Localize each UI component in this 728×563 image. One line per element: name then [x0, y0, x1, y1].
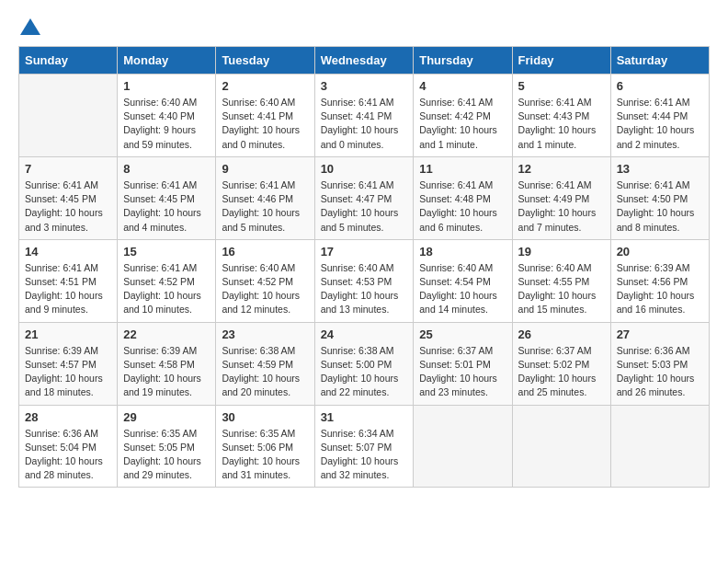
day-number: 22: [123, 327, 210, 341]
day-number: 10: [321, 162, 408, 176]
day-info: Sunrise: 6:35 AMSunset: 5:05 PMDaylight:…: [123, 427, 210, 483]
day-number: 30: [222, 410, 308, 424]
day-of-week-header: Wednesday: [314, 47, 414, 75]
day-number: 29: [123, 410, 210, 424]
day-number: 1: [123, 79, 210, 93]
calendar-day-cell: 11Sunrise: 6:41 AMSunset: 4:48 PMDayligh…: [414, 156, 512, 239]
day-number: 15: [123, 245, 210, 259]
calendar-day-cell: 13Sunrise: 6:41 AMSunset: 4:50 PMDayligh…: [610, 156, 709, 239]
calendar-week-row: 7Sunrise: 6:41 AMSunset: 4:45 PMDaylight…: [19, 156, 710, 239]
day-number: 11: [419, 162, 506, 176]
day-info: Sunrise: 6:35 AMSunset: 5:06 PMDaylight:…: [222, 427, 308, 483]
logo: [18, 18, 42, 31]
day-number: 27: [617, 327, 703, 341]
day-of-week-header: Saturday: [610, 47, 709, 75]
calendar-day-cell: 17Sunrise: 6:40 AMSunset: 4:53 PMDayligh…: [314, 239, 414, 322]
day-number: 5: [518, 79, 605, 93]
day-number: 31: [321, 410, 408, 424]
day-number: 14: [25, 245, 111, 259]
calendar-day-cell: 23Sunrise: 6:38 AMSunset: 4:59 PMDayligh…: [216, 322, 314, 405]
day-info: Sunrise: 6:41 AMSunset: 4:43 PMDaylight:…: [518, 96, 605, 152]
day-number: 2: [222, 79, 308, 93]
day-info: Sunrise: 6:41 AMSunset: 4:42 PMDaylight:…: [419, 96, 506, 152]
day-number: 23: [222, 327, 308, 341]
day-info: Sunrise: 6:41 AMSunset: 4:48 PMDaylight:…: [419, 178, 506, 235]
page-header: [18, 18, 710, 31]
day-info: Sunrise: 6:41 AMSunset: 4:47 PMDaylight:…: [321, 178, 408, 235]
day-info: Sunrise: 6:38 AMSunset: 5:00 PMDaylight:…: [321, 344, 408, 400]
day-number: 8: [123, 162, 210, 176]
day-info: Sunrise: 6:41 AMSunset: 4:45 PMDaylight:…: [25, 178, 111, 235]
day-of-week-header: Friday: [512, 47, 610, 75]
calendar-day-cell: 16Sunrise: 6:40 AMSunset: 4:52 PMDayligh…: [216, 239, 314, 322]
day-info: Sunrise: 6:41 AMSunset: 4:41 PMDaylight:…: [321, 96, 408, 152]
day-info: Sunrise: 6:40 AMSunset: 4:41 PMDaylight:…: [222, 96, 308, 152]
day-info: Sunrise: 6:38 AMSunset: 4:59 PMDaylight:…: [222, 344, 308, 400]
calendar-week-row: 28Sunrise: 6:36 AMSunset: 5:04 PMDayligh…: [19, 405, 710, 488]
day-of-week-header: Monday: [118, 47, 216, 75]
calendar-day-cell: 24Sunrise: 6:38 AMSunset: 5:00 PMDayligh…: [314, 322, 414, 405]
day-number: 7: [25, 162, 111, 176]
calendar-day-cell: 2Sunrise: 6:40 AMSunset: 4:41 PMDaylight…: [216, 75, 314, 157]
calendar-day-cell: 8Sunrise: 6:41 AMSunset: 4:45 PMDaylight…: [118, 156, 216, 239]
calendar-day-cell: 18Sunrise: 6:40 AMSunset: 4:54 PMDayligh…: [414, 239, 512, 322]
day-number: 4: [419, 79, 506, 93]
day-number: 20: [617, 245, 703, 259]
day-number: 18: [419, 245, 506, 259]
day-info: Sunrise: 6:36 AMSunset: 5:04 PMDaylight:…: [25, 427, 111, 483]
logo-icon: [20, 18, 40, 35]
day-info: Sunrise: 6:41 AMSunset: 4:46 PMDaylight:…: [222, 178, 308, 235]
day-info: Sunrise: 6:39 AMSunset: 4:56 PMDaylight:…: [617, 261, 703, 317]
calendar-day-cell: [414, 405, 512, 488]
day-info: Sunrise: 6:40 AMSunset: 4:54 PMDaylight:…: [419, 261, 506, 317]
day-of-week-header: Sunday: [19, 47, 118, 75]
calendar-day-cell: 10Sunrise: 6:41 AMSunset: 4:47 PMDayligh…: [314, 156, 414, 239]
day-number: 26: [518, 327, 605, 341]
day-info: Sunrise: 6:41 AMSunset: 4:51 PMDaylight:…: [25, 261, 111, 317]
svg-marker-0: [20, 18, 40, 35]
day-number: 9: [222, 162, 308, 176]
day-info: Sunrise: 6:37 AMSunset: 5:02 PMDaylight:…: [518, 344, 605, 400]
calendar-day-cell: [512, 405, 610, 488]
calendar-day-cell: 15Sunrise: 6:41 AMSunset: 4:52 PMDayligh…: [118, 239, 216, 322]
calendar-day-cell: 9Sunrise: 6:41 AMSunset: 4:46 PMDaylight…: [216, 156, 314, 239]
calendar-week-row: 21Sunrise: 6:39 AMSunset: 4:57 PMDayligh…: [19, 322, 710, 405]
day-number: 21: [25, 327, 111, 341]
day-number: 17: [321, 245, 408, 259]
day-info: Sunrise: 6:39 AMSunset: 4:57 PMDaylight:…: [25, 344, 111, 400]
calendar-day-cell: 19Sunrise: 6:40 AMSunset: 4:55 PMDayligh…: [512, 239, 610, 322]
calendar-day-cell: 29Sunrise: 6:35 AMSunset: 5:05 PMDayligh…: [118, 405, 216, 488]
day-number: 12: [518, 162, 605, 176]
calendar-day-cell: 26Sunrise: 6:37 AMSunset: 5:02 PMDayligh…: [512, 322, 610, 405]
day-info: Sunrise: 6:40 AMSunset: 4:40 PMDaylight:…: [123, 96, 210, 152]
day-number: 3: [321, 79, 408, 93]
day-info: Sunrise: 6:40 AMSunset: 4:52 PMDaylight:…: [222, 261, 308, 317]
calendar-day-cell: 21Sunrise: 6:39 AMSunset: 4:57 PMDayligh…: [19, 322, 118, 405]
calendar-day-cell: 14Sunrise: 6:41 AMSunset: 4:51 PMDayligh…: [19, 239, 118, 322]
calendar-day-cell: 1Sunrise: 6:40 AMSunset: 4:40 PMDaylight…: [118, 75, 216, 157]
day-number: 13: [617, 162, 703, 176]
day-number: 24: [321, 327, 408, 341]
calendar-day-cell: 28Sunrise: 6:36 AMSunset: 5:04 PMDayligh…: [19, 405, 118, 488]
day-info: Sunrise: 6:36 AMSunset: 5:03 PMDaylight:…: [617, 344, 703, 400]
calendar-day-cell: 3Sunrise: 6:41 AMSunset: 4:41 PMDaylight…: [314, 75, 414, 157]
calendar-day-cell: 4Sunrise: 6:41 AMSunset: 4:42 PMDaylight…: [414, 75, 512, 157]
calendar-day-cell: 30Sunrise: 6:35 AMSunset: 5:06 PMDayligh…: [216, 405, 314, 488]
calendar-header-row: SundayMondayTuesdayWednesdayThursdayFrid…: [19, 47, 710, 75]
calendar-day-cell: 31Sunrise: 6:34 AMSunset: 5:07 PMDayligh…: [314, 405, 414, 488]
calendar-day-cell: 27Sunrise: 6:36 AMSunset: 5:03 PMDayligh…: [610, 322, 709, 405]
day-info: Sunrise: 6:41 AMSunset: 4:49 PMDaylight:…: [518, 178, 605, 235]
day-number: 25: [419, 327, 506, 341]
day-of-week-header: Tuesday: [216, 47, 314, 75]
day-info: Sunrise: 6:40 AMSunset: 4:53 PMDaylight:…: [321, 261, 408, 317]
calendar-day-cell: 6Sunrise: 6:41 AMSunset: 4:44 PMDaylight…: [610, 75, 709, 157]
calendar-week-row: 1Sunrise: 6:40 AMSunset: 4:40 PMDaylight…: [19, 75, 710, 157]
day-number: 28: [25, 410, 111, 424]
calendar-day-cell: 12Sunrise: 6:41 AMSunset: 4:49 PMDayligh…: [512, 156, 610, 239]
day-info: Sunrise: 6:40 AMSunset: 4:55 PMDaylight:…: [518, 261, 605, 317]
day-info: Sunrise: 6:37 AMSunset: 5:01 PMDaylight:…: [419, 344, 506, 400]
day-number: 16: [222, 245, 308, 259]
calendar-day-cell: [610, 405, 709, 488]
day-number: 19: [518, 245, 605, 259]
day-info: Sunrise: 6:39 AMSunset: 4:58 PMDaylight:…: [123, 344, 210, 400]
